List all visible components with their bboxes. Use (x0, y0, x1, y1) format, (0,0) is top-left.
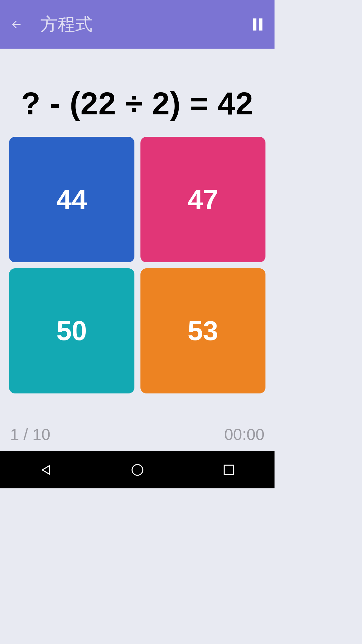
square-recent-icon (223, 464, 235, 476)
answer-option-3[interactable]: 50 (9, 268, 134, 394)
nav-home-button[interactable] (119, 460, 156, 480)
answer-option-1[interactable]: 44 (9, 137, 134, 262)
pause-button[interactable] (248, 14, 268, 35)
circle-home-icon (130, 463, 144, 477)
svg-point-2 (132, 465, 143, 475)
footer: 1 / 10 00:00 (9, 425, 265, 444)
back-button[interactable] (7, 14, 27, 35)
progress-counter: 1 / 10 (10, 425, 50, 444)
svg-rect-3 (224, 465, 234, 475)
answers-grid: 44 47 50 53 (9, 137, 265, 393)
page-title: 方程式 (40, 13, 248, 36)
question-text: ? - (22 ÷ 2) = 42 (9, 86, 265, 122)
answer-option-2[interactable]: 47 (140, 137, 266, 262)
triangle-back-icon (39, 463, 53, 477)
answer-option-4[interactable]: 53 (140, 268, 266, 394)
timer-display: 00:00 (224, 425, 264, 444)
system-nav-bar (0, 451, 275, 488)
svg-rect-0 (253, 18, 256, 31)
arrow-left-icon (10, 18, 23, 31)
nav-recent-button[interactable] (210, 460, 247, 480)
content-area: ? - (22 ÷ 2) = 42 44 47 50 53 1 / 10 00:… (0, 49, 275, 451)
nav-back-button[interactable] (27, 460, 64, 480)
svg-rect-1 (259, 18, 262, 31)
pause-icon (252, 18, 263, 31)
app-bar: 方程式 (0, 0, 275, 49)
